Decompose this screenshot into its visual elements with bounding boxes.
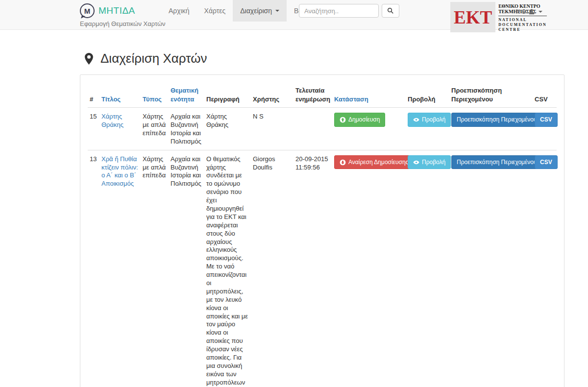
preview-button[interactable]: Προεπισκόπηση Περιεχομένου: [451, 155, 542, 169]
preview-button[interactable]: Προεπισκόπηση Περιεχομένου: [451, 113, 542, 127]
user-menu[interactable]: N S: [516, 8, 542, 15]
brand[interactable]: M ΜΗΤΙΔΑ Εφαρμογή Θεματικών Χαρτών: [80, 3, 166, 27]
cell-title: Χάρτης Θράκης: [101, 108, 143, 150]
button-label: Δημοσίευση: [348, 116, 380, 124]
cell-csv: CSV: [535, 108, 557, 150]
cell-last-update: 20-09-2015 11:59:56: [295, 150, 334, 387]
header-view: Προβολή: [408, 82, 451, 108]
view-button[interactable]: Προβολή: [408, 113, 451, 127]
ekt-en-line: DOCUMENTATION: [498, 23, 547, 27]
sort-link-thematic[interactable]: Θεματική ενότητα: [171, 87, 198, 103]
eye-icon: [413, 159, 419, 166]
nav-item-maps[interactable]: Χάρτες: [197, 0, 233, 22]
ekt-logo-text: ΕΘΝΙΚΟ ΚΕΝΤΡΟ ΤΕΚΜΗΡΙΩΣΗΣ NATIONAL DOCUM…: [498, 2, 547, 32]
cell-csv: CSV: [535, 150, 557, 387]
cell-view: Προβολή: [408, 150, 451, 387]
cell-index: 15: [88, 108, 101, 150]
chevron-down-icon: [539, 11, 542, 13]
nav-item-management[interactable]: Διαχείριση: [233, 0, 287, 22]
user-initials: N S: [516, 8, 526, 15]
maps-table: # Τίτλος Τύπος Θεματική ενότητα Περιγραφ…: [88, 82, 557, 387]
mitida-logo-icon: M: [80, 3, 95, 18]
button-label: Προεπισκόπηση Περιεχομένου: [457, 158, 537, 167]
cell-user: N S: [253, 108, 295, 150]
ekt-en-line: NATIONAL: [498, 18, 547, 23]
ekt-logo: ΕΚΤ ΕΘΝΙΚΟ ΚΕΝΤΡΟ ΤΕΚΜΗΡΙΩΣΗΣ NATIONAL D…: [450, 2, 547, 32]
page-title: Διαχείριση Χαρτών: [85, 51, 564, 66]
header-last-update: Τελευταία ενημέρωση: [295, 82, 334, 108]
cell-preview: Προεπισκόπηση Περιεχομένου: [451, 108, 535, 150]
cell-title: Χρᾶ ἤ Πυθία κτίζειν πόλιν: ο Α΄ και ο Β΄…: [101, 150, 143, 387]
search-input[interactable]: [299, 4, 379, 18]
circle-arrow-up-icon: [340, 117, 346, 123]
map-pin-icon: [85, 53, 93, 65]
nav-item-label: Διαχείριση: [240, 7, 272, 14]
page-title-text: Διαχείριση Χαρτών: [100, 51, 207, 66]
header-status: Κατάσταση: [334, 82, 408, 108]
ekt-en-line: CENTRE: [498, 27, 547, 32]
header-thematic: Θεματική ενότητα: [171, 82, 206, 108]
sort-link-status[interactable]: Κατάσταση: [334, 96, 368, 103]
nav-item-label: Αρχική: [169, 7, 190, 14]
table-row: 15 Χάρτης Θράκης Χάρτης με απλά επίπεδα …: [88, 108, 557, 150]
eye-icon: [413, 117, 419, 123]
button-label: Αναίρεση Δημοσίευσης: [348, 158, 408, 167]
button-label: Προεπισκόπηση Περιεχομένου: [457, 116, 537, 124]
cell-user: Giorgos Doulfis: [253, 150, 295, 387]
publish-button[interactable]: Δημοσίευση: [334, 113, 385, 127]
search-icon: [387, 7, 394, 14]
cell-view: Προβολή: [408, 108, 451, 150]
ekt-acronym: ΕΚΤ: [454, 8, 492, 26]
cell-thematic: Αρχαία και Βυζαντινή Ιστορία και Πολιτισ…: [171, 108, 206, 150]
map-title-link[interactable]: Χάρτης Θράκης: [101, 113, 123, 128]
top-navbar: M ΜΗΤΙΔΑ Εφαρμογή Θεματικών Χαρτών Αρχικ…: [0, 0, 588, 30]
ekt-logo-box: ΕΚΤ: [450, 2, 495, 32]
header-csv: CSV: [535, 82, 557, 108]
cell-thematic: Αρχαία και Βυζαντινή Ιστορία και Πολιτισ…: [171, 150, 206, 387]
nav-item-home[interactable]: Αρχική: [161, 0, 197, 22]
header-title: Τίτλος: [101, 82, 143, 108]
unpublish-button[interactable]: Αναίρεση Δημοσίευσης: [334, 155, 414, 169]
circle-arrow-down-icon: [340, 159, 346, 166]
cell-status: Αναίρεση Δημοσίευσης: [334, 150, 408, 387]
csv-button[interactable]: CSV: [535, 155, 558, 169]
header-index: #: [88, 82, 101, 108]
nav-item-label: Χάρτες: [204, 7, 226, 14]
chevron-down-icon: [275, 10, 279, 12]
button-label: CSV: [540, 158, 552, 167]
table-header-row: # Τίτλος Τύπος Θεματική ενότητα Περιγραφ…: [88, 82, 557, 108]
cell-preview: Προεπισκόπηση Περιεχομένου: [451, 150, 535, 387]
maps-table-panel: # Τίτλος Τύπος Θεματική ενότητα Περιγραφ…: [80, 74, 564, 387]
button-label: Προβολή: [422, 116, 445, 124]
cell-description: Χάρτης Θράκης: [206, 108, 253, 150]
view-button[interactable]: Προβολή: [408, 155, 451, 169]
table-row: 13 Χρᾶ ἤ Πυθία κτίζειν πόλιν: ο Α΄ και ο…: [88, 150, 557, 387]
cell-index: 13: [88, 150, 101, 387]
cell-status: Δημοσίευση: [334, 108, 408, 150]
header-preview: Προεπισκόπηση Περιεχομένου: [451, 82, 535, 108]
csv-button[interactable]: CSV: [535, 113, 558, 127]
cell-description: Ο θεματικός χάρτης συνδέεται με το ομώνυ…: [206, 150, 253, 387]
map-title-link[interactable]: Χρᾶ ἤ Πυθία κτίζειν πόλιν: ο Α΄ και ο Β΄…: [101, 155, 138, 188]
cell-type: Χάρτης με απλά επίπεδα: [143, 150, 171, 387]
cell-last-update: [295, 108, 334, 150]
search-form: [299, 4, 399, 18]
brand-name: ΜΗΤΙΔΑ: [98, 5, 135, 16]
user-icon: [528, 8, 535, 15]
header-description: Περιγραφή: [206, 82, 253, 108]
brand-tagline: Εφαρμογή Θεματικών Χαρτών: [80, 20, 166, 27]
sort-link-title[interactable]: Τίτλος: [101, 96, 121, 103]
search-button[interactable]: [382, 4, 399, 18]
button-label: Προβολή: [422, 158, 445, 167]
sort-link-type[interactable]: Τύπος: [143, 96, 162, 103]
cell-type: Χάρτης με απλά επίπεδα: [143, 108, 171, 150]
header-user: Χρήστης: [253, 82, 295, 108]
button-label: CSV: [540, 116, 552, 124]
header-type: Τύπος: [143, 82, 171, 108]
